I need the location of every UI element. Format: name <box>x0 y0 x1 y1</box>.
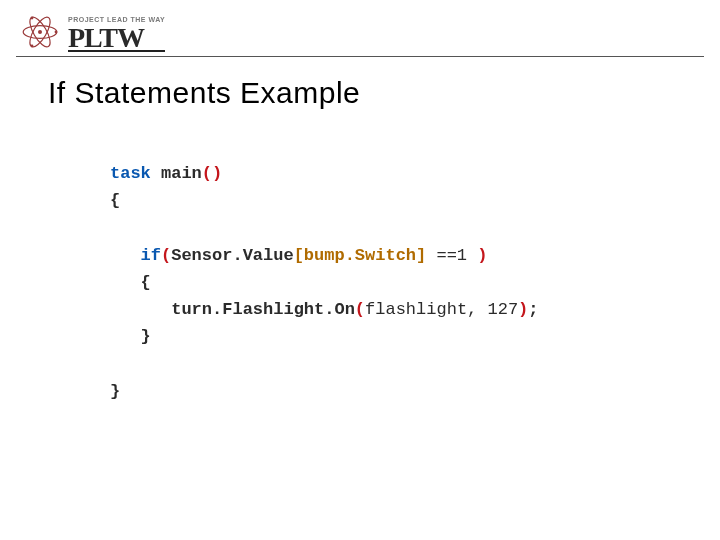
svg-point-4 <box>55 31 58 34</box>
code-token: () <box>202 164 222 183</box>
code-token: { <box>141 273 151 292</box>
code-token: [bump.Switch] <box>294 246 427 265</box>
slide: PROJECT LEAD THE WAY PLTW If Statements … <box>0 0 720 540</box>
brand-text-block: PROJECT LEAD THE WAY PLTW <box>68 16 165 52</box>
code-token: ==1 <box>426 246 477 265</box>
slide-title: If Statements Example <box>48 76 360 110</box>
code-token: flashlight, 127 <box>365 300 518 319</box>
code-token: ( <box>161 246 171 265</box>
brand-name: PLTW <box>68 25 165 52</box>
svg-point-5 <box>31 17 34 20</box>
code-token: } <box>141 327 151 346</box>
svg-point-3 <box>38 30 42 34</box>
code-token: if <box>141 246 161 265</box>
code-token: turn.Flashlight.On <box>171 300 355 319</box>
brand-header: PROJECT LEAD THE WAY PLTW <box>20 12 165 56</box>
code-token: task <box>110 164 151 183</box>
code-token: ( <box>355 300 365 319</box>
code-token: Sensor.Value <box>171 246 293 265</box>
code-token: ) <box>518 300 528 319</box>
code-token: ; <box>528 300 538 319</box>
code-token: main <box>151 164 202 183</box>
atom-icon <box>20 12 60 56</box>
svg-point-6 <box>31 45 34 48</box>
code-token: } <box>110 382 120 401</box>
code-token: { <box>110 191 120 210</box>
header-divider <box>16 56 704 57</box>
code-token: ) <box>477 246 487 265</box>
code-block: task main() { if(Sensor.Value[bump.Switc… <box>110 160 539 405</box>
